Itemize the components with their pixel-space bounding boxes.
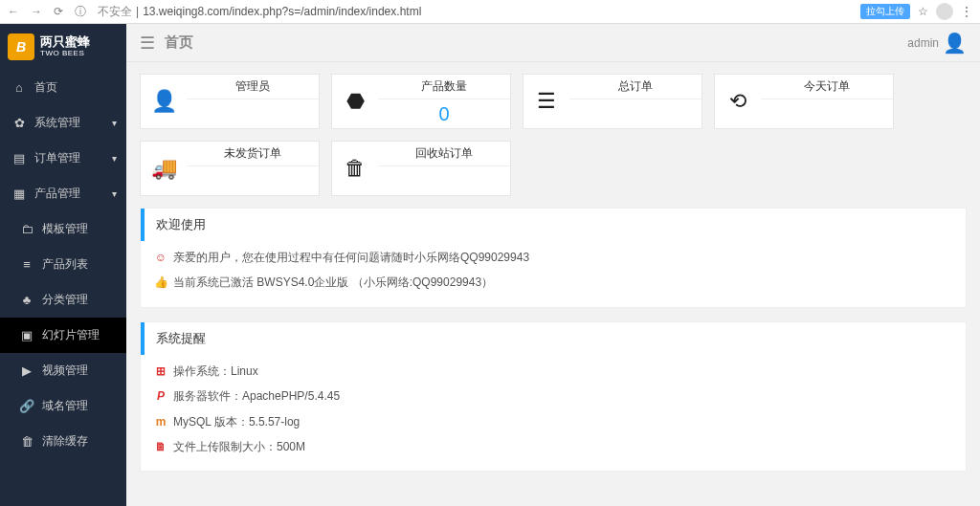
stat-cards-row2: 🚚 未发货订单 🗑 回收站订单 bbox=[140, 141, 967, 196]
gear-icon: ✿ bbox=[11, 116, 27, 130]
chevron-down-icon: ▾ bbox=[112, 188, 117, 199]
file-icon: 🗎 bbox=[154, 434, 167, 459]
back-icon[interactable]: ← bbox=[8, 5, 19, 18]
trash-icon: 🗑 bbox=[19, 434, 34, 449]
thumb-icon: 👍 bbox=[154, 270, 167, 295]
sidebar-item-label: 清除缓存 bbox=[42, 433, 88, 450]
sidebar-item-label: 幻灯片管理 bbox=[42, 327, 100, 343]
chevron-down-icon: ▾ bbox=[112, 153, 117, 164]
breadcrumb: 首页 bbox=[165, 33, 193, 52]
sidebar: B 两只蜜蜂 TWO BEES ⌂ 首页 ✿ 系统管理 ▾ ▤ 订单管理 ▾ ▦… bbox=[0, 24, 126, 506]
mysql-icon: m bbox=[154, 409, 167, 434]
welcome-line2: 当前系统已激活 BWSYS4.0企业版 （小乐网络:QQ99029943） bbox=[173, 270, 493, 295]
sidebar-item-label: 域名管理 bbox=[42, 398, 88, 414]
card-label: 回收站订单 bbox=[378, 142, 510, 166]
link-icon: 🔗 bbox=[19, 399, 34, 413]
sidebar-item-label: 系统管理 bbox=[34, 115, 80, 131]
card-label: 管理员 bbox=[187, 75, 319, 99]
sidebar-item-system[interactable]: ✿ 系统管理 ▾ bbox=[0, 105, 126, 141]
insecure-label: 不安全 bbox=[98, 4, 132, 20]
php-icon: P bbox=[154, 384, 167, 408]
sidebar-item-products[interactable]: ▦ 产品管理 ▾ bbox=[0, 176, 126, 211]
sidebar-item-slideshow[interactable]: ▣ 幻灯片管理 bbox=[0, 318, 126, 353]
card-value: 0 bbox=[438, 99, 449, 128]
card-label: 今天订单 bbox=[761, 75, 893, 99]
cube-icon: ⬣ bbox=[332, 75, 378, 128]
smile-icon: ☺ bbox=[154, 245, 167, 270]
windows-icon: ⊞ bbox=[154, 359, 167, 384]
mysql-info: MySQL 版本：5.5.57-log bbox=[173, 409, 300, 434]
forward-icon[interactable]: → bbox=[31, 5, 42, 18]
card-recycle[interactable]: 🗑 回收站订单 bbox=[331, 141, 511, 196]
sidebar-item-label: 分类管理 bbox=[42, 292, 88, 308]
chevron-down-icon: ▾ bbox=[112, 118, 117, 128]
card-label: 产品数量 bbox=[378, 75, 510, 99]
username: admin bbox=[907, 36, 939, 50]
sidebar-item-label: 首页 bbox=[34, 79, 57, 96]
card-label: 总订单 bbox=[569, 75, 702, 99]
sidebar-item-product-list[interactable]: ≡ 产品列表 bbox=[0, 247, 126, 282]
panel-title: 欢迎使用 bbox=[141, 209, 966, 241]
sysinfo-panel: 系统提醒 ⊞操作系统：Linux P服务器软件：ApachePHP/5.4.45… bbox=[140, 321, 967, 473]
user-icon: 👤 bbox=[141, 75, 187, 128]
logo[interactable]: B 两只蜜蜂 TWO BEES bbox=[0, 24, 126, 70]
welcome-line1: 亲爱的用户，您在使用过程中有任何问题请随时小乐网络QQ99029943 bbox=[173, 245, 529, 270]
sidebar-item-template[interactable]: 🗀 模板管理 bbox=[0, 211, 126, 247]
home-icon: ⌂ bbox=[11, 80, 27, 95]
card-products[interactable]: ⬣ 产品数量0 bbox=[331, 74, 511, 129]
sidebar-item-cache[interactable]: 🗑 清除缓存 bbox=[0, 424, 126, 459]
panel-title: 系统提醒 bbox=[141, 322, 966, 355]
sidebar-item-domain[interactable]: 🔗 域名管理 bbox=[0, 388, 126, 424]
list-icon: ▤ bbox=[11, 151, 27, 165]
sidebar-item-video[interactable]: ▶ 视频管理 bbox=[0, 353, 126, 388]
card-admin[interactable]: 👤 管理员 bbox=[140, 74, 320, 129]
card-orders-total[interactable]: ☰ 总订单 bbox=[523, 74, 702, 129]
sidebar-item-home[interactable]: ⌂ 首页 bbox=[0, 70, 126, 105]
list-icon: ≡ bbox=[19, 257, 34, 272]
reload-icon[interactable]: ⟳ bbox=[54, 5, 63, 18]
card-orders-today[interactable]: ⟲ 今天订单 bbox=[714, 74, 894, 129]
history-icon: ⟲ bbox=[715, 75, 761, 128]
truck-icon: 🚚 bbox=[141, 142, 187, 195]
main-content: ☰ 首页 admin 👤 👤 管理员 ⬣ 产品数量0 ☰ 总订单 bbox=[126, 24, 980, 506]
sidebar-item-category[interactable]: ♣ 分类管理 bbox=[0, 282, 126, 318]
user-icon: 👤 bbox=[943, 32, 967, 55]
os-info: 操作系统：Linux bbox=[173, 359, 258, 384]
image-icon: ▣ bbox=[19, 328, 34, 342]
hamburger-icon[interactable]: ☰ bbox=[140, 33, 155, 54]
card-unshipped[interactable]: 🚚 未发货订单 bbox=[140, 141, 320, 196]
stat-cards-row1: 👤 管理员 ⬣ 产品数量0 ☰ 总订单 ⟲ 今天订单 bbox=[140, 74, 967, 129]
user-menu[interactable]: admin 👤 bbox=[907, 32, 967, 55]
sidebar-item-label: 产品列表 bbox=[42, 256, 88, 273]
sitemap-icon: ♣ bbox=[19, 293, 34, 307]
video-icon: ▶ bbox=[19, 363, 34, 378]
separator: | bbox=[136, 5, 139, 18]
logo-text: 两只蜜蜂 TWO BEES bbox=[40, 35, 90, 57]
star-icon[interactable]: ☆ bbox=[918, 5, 928, 18]
trash-icon: 🗑 bbox=[332, 142, 378, 195]
sidebar-item-label: 视频管理 bbox=[42, 363, 88, 379]
sidebar-item-label: 产品管理 bbox=[34, 186, 80, 202]
welcome-panel: 欢迎使用 ☺亲爱的用户，您在使用过程中有任何问题请随时小乐网络QQ9902994… bbox=[140, 208, 967, 308]
sidebar-item-label: 订单管理 bbox=[34, 150, 80, 166]
info-icon[interactable]: ⓘ bbox=[75, 4, 86, 20]
profile-icon[interactable] bbox=[936, 3, 953, 20]
upload-info: 文件上传限制大小：500M bbox=[173, 434, 305, 459]
topbar: ☰ 首页 admin 👤 bbox=[126, 24, 980, 62]
sidebar-item-orders[interactable]: ▤ 订单管理 ▾ bbox=[0, 141, 126, 176]
logo-icon: B bbox=[8, 33, 34, 60]
sidebar-item-label: 模板管理 bbox=[42, 221, 88, 237]
extension-badge[interactable]: 拉勾上传 bbox=[860, 4, 910, 19]
folder-icon: 🗀 bbox=[19, 222, 34, 236]
browser-address-bar: ← → ⟳ ⓘ 不安全 | 13.weiqing8.com/index.php?… bbox=[0, 0, 980, 24]
server-info: 服务器软件：ApachePHP/5.4.45 bbox=[173, 384, 340, 408]
list-icon: ☰ bbox=[523, 75, 569, 128]
menu-icon[interactable]: ⋮ bbox=[961, 5, 972, 18]
grid-icon: ▦ bbox=[11, 187, 27, 201]
card-label: 未发货订单 bbox=[187, 142, 319, 166]
url-text[interactable]: 13.weiqing8.com/index.php?s=/admin/index… bbox=[143, 5, 421, 18]
